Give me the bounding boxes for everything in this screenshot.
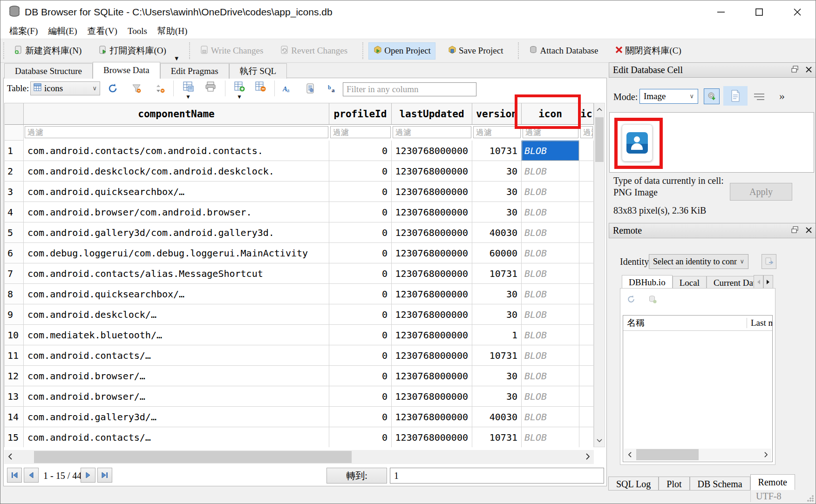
open-database-dropdown-caret[interactable]: ▼ <box>174 55 180 62</box>
cell-lastUpdated[interactable]: 1230768000000 <box>392 141 472 161</box>
tab-browse-data[interactable]: Browse Data <box>93 62 160 79</box>
cell-profileId[interactable]: 0 <box>329 161 392 181</box>
grid-vertical-scrollbar[interactable] <box>594 103 605 447</box>
tab-local[interactable]: Local <box>673 276 707 289</box>
insert-record-button[interactable] <box>232 80 246 94</box>
cell-lastUpdated[interactable]: 1230768000000 <box>392 202 472 222</box>
row-number[interactable]: 7 <box>5 263 24 284</box>
menu-file[interactable]: 檔案(F) <box>4 25 43 37</box>
scroll-left-icon[interactable] <box>624 449 635 461</box>
cell-icon[interactable]: BLOB <box>522 304 579 325</box>
save-table-button[interactable] <box>181 80 195 94</box>
cell-profileId[interactable]: 0 <box>329 386 392 407</box>
scroll-down-icon[interactable] <box>594 435 605 447</box>
font-sort-az-button[interactable]: Aa <box>280 81 294 95</box>
first-record-button[interactable] <box>7 468 22 483</box>
close-dock-icon[interactable] <box>805 65 812 75</box>
row-number[interactable]: 9 <box>5 304 24 325</box>
cell-profileId[interactable]: 0 <box>329 407 392 427</box>
cell-profileId[interactable]: 0 <box>329 325 392 345</box>
statusbar-encoding[interactable]: UTF-8 <box>756 491 781 502</box>
cell-componentName[interactable]: com.mediatek.bluetooth/… <box>24 325 329 345</box>
cell-lastUpdated[interactable]: 1230768000000 <box>392 407 472 427</box>
tab-plot[interactable]: Plot <box>659 477 689 491</box>
apply-button[interactable]: Apply <box>730 183 792 201</box>
cell-componentName[interactable]: com.android.contacts/… <box>24 345 329 366</box>
row-number[interactable]: 10 <box>5 325 24 345</box>
goto-button[interactable]: 轉到: <box>326 468 387 484</box>
remote-scrollbar-thumb[interactable] <box>636 449 699 460</box>
tab-scroll-left-icon[interactable] <box>754 275 763 289</box>
cell-lastUpdated[interactable]: 1230768000000 <box>392 304 472 325</box>
scroll-up-icon[interactable] <box>594 103 605 115</box>
cell-profileId[interactable]: 0 <box>329 366 392 386</box>
cell-icon[interactable]: BLOB <box>522 202 579 222</box>
scroll-right-icon[interactable] <box>760 449 771 461</box>
grid-horizontal-scrollbar[interactable] <box>4 450 594 464</box>
cell-lastUpdated[interactable]: 1230768000000 <box>392 222 472 243</box>
next-record-button[interactable] <box>81 468 95 483</box>
cell-version[interactable]: 1 <box>472 325 522 345</box>
open-project-button[interactable]: Open Project <box>368 42 435 60</box>
toolbar-overflow-chevrons[interactable]: » <box>779 90 785 102</box>
tab-scroll-right-icon[interactable] <box>763 275 773 289</box>
cell-version[interactable]: 30 <box>472 202 522 222</box>
cell-icon[interactable]: BLOB <box>522 243 579 263</box>
cell-version[interactable]: 10731 <box>472 141 522 161</box>
minimize-button[interactable] <box>707 0 735 24</box>
row-number[interactable]: 6 <box>5 243 24 263</box>
float-dock-icon[interactable] <box>791 225 799 236</box>
last-record-button[interactable] <box>97 468 112 483</box>
cell-componentName[interactable]: com.android.browser/com.android.browser. <box>24 202 329 222</box>
filter-any-column-input[interactable] <box>343 82 476 96</box>
remote-list-header-name[interactable]: 名稱 <box>623 317 645 329</box>
vertical-scrollbar-thumb[interactable] <box>595 117 604 162</box>
filter-input-partial[interactable]: 過濾 <box>580 126 593 138</box>
cell-componentName[interactable]: com.android.browser/… <box>24 366 329 386</box>
new-database-button[interactable]: 新建資料庫(N) <box>9 42 86 60</box>
revert-changes-button[interactable]: Revert Changes <box>275 42 352 60</box>
tab-remote[interactable]: Remote <box>750 474 795 490</box>
cell-componentName[interactable]: com.android.deskclock/com.android.deskcl… <box>24 161 329 181</box>
cell-componentName[interactable]: com.debug.loggerui/com.debug.loggerui.Ma… <box>24 243 329 263</box>
horizontal-scrollbar-thumb[interactable] <box>34 451 352 463</box>
cell-componentName[interactable]: com.android.quicksearchbox/… <box>24 284 329 304</box>
attach-database-button[interactable]: Attach Database <box>524 42 603 60</box>
word-wrap-icon[interactable] <box>753 93 765 104</box>
text-view-button[interactable] <box>723 86 748 106</box>
cell-icon[interactable]: BLOB <box>522 141 579 161</box>
column-header-version[interactable]: version <box>472 103 522 125</box>
row-number[interactable]: 15 <box>5 427 24 447</box>
cell-version[interactable]: 40030 <box>472 222 522 243</box>
cell-componentName[interactable]: com.android.contacts/alias.MessageShortc… <box>24 263 329 284</box>
column-header-partial[interactable]: ic <box>579 103 594 125</box>
row-number[interactable]: 11 <box>5 345 24 366</box>
cell-lastUpdated[interactable]: 1230768000000 <box>392 427 472 447</box>
cell-profileId[interactable]: 0 <box>329 222 392 243</box>
filter-input-componentName[interactable]: 過濾 <box>25 126 328 138</box>
cell-version[interactable]: 30 <box>472 386 522 407</box>
import-data-button[interactable] <box>704 88 720 104</box>
identity-select[interactable]: Select an identity to conne ∨ <box>649 254 748 269</box>
column-header-icon[interactable]: icon <box>522 103 579 125</box>
cell-profileId[interactable]: 0 <box>329 284 392 304</box>
tab-execute-sql[interactable]: 執行 SQL <box>229 63 287 79</box>
row-number[interactable]: 5 <box>5 222 24 243</box>
row-number[interactable]: 1 <box>5 141 24 161</box>
goto-record-input[interactable] <box>390 468 604 484</box>
close-button[interactable] <box>783 0 812 24</box>
cell-profileId[interactable]: 0 <box>329 202 392 222</box>
remote-list-header-modified[interactable]: Last mo <box>747 318 772 328</box>
cell-profileId[interactable]: 0 <box>329 304 392 325</box>
cell-icon[interactable]: BLOB <box>522 325 579 345</box>
tab-dbhub[interactable]: DBHub.io <box>622 275 673 289</box>
cell-lastUpdated[interactable]: 1230768000000 <box>392 386 472 407</box>
tab-edit-pragmas[interactable]: Edit Pragmas <box>160 63 229 79</box>
column-header-componentName[interactable]: componentName <box>24 103 329 125</box>
close-dock-icon[interactable] <box>805 225 812 236</box>
filter-input-version[interactable]: 過濾 <box>473 126 521 138</box>
row-number[interactable]: 2 <box>5 161 24 181</box>
maximize-button[interactable] <box>745 0 774 24</box>
row-number[interactable]: 14 <box>5 407 24 427</box>
table-select[interactable]: icons ∨ <box>30 81 100 95</box>
